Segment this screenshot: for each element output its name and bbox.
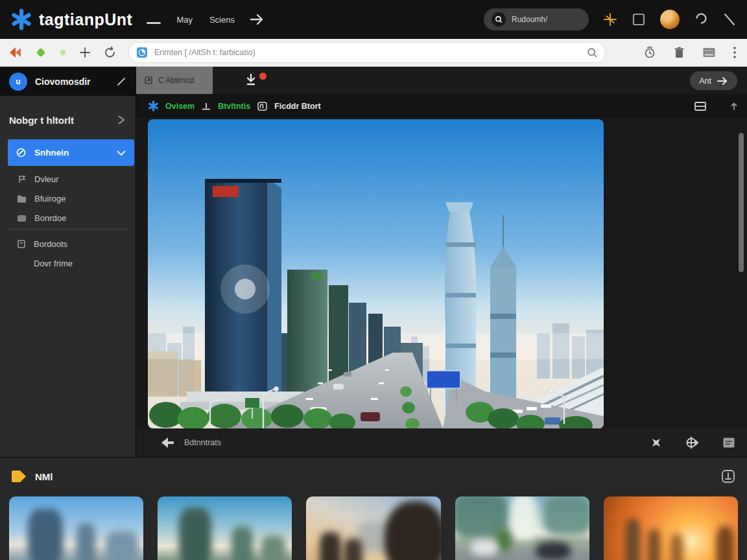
sidebar: u Ciovomosdir Nobgr t hltorlt Snhnein [0, 67, 136, 457]
perpendicular-icon [201, 102, 211, 111]
sidebar-section-label: Nobgr t hltorlt [9, 115, 116, 126]
edit-pencil-icon[interactable] [116, 76, 126, 87]
sidebar-item-bonrdoe[interactable]: Bonrdoe [0, 208, 136, 228]
extension-diamond-icon[interactable] [35, 47, 47, 58]
four-point-star-icon[interactable] [650, 436, 663, 449]
help-icon[interactable] [694, 12, 708, 27]
breadcrumb: Ovisem Btvltntis Ficddr Btort [136, 94, 747, 118]
sidebar-title: Ciovomosdir [35, 76, 108, 87]
sidebar-item-selected[interactable]: Snhnein [8, 139, 134, 166]
box-icon [17, 214, 27, 222]
crumb-ficddr: Ficddr Btort [274, 102, 321, 111]
kebab-menu-icon[interactable] [733, 46, 737, 59]
app-brand: tagtianpUnt [39, 10, 132, 29]
viewer-action-bar: Bdtnntrats [136, 428, 747, 457]
back-icon[interactable] [8, 46, 22, 59]
new-tab-plus-icon[interactable] [79, 47, 91, 58]
notification-dot [259, 73, 267, 80]
folder-tag-icon [10, 469, 27, 484]
app-top-bar: tagtianpUnt May Sciens Rudoumh/ [0, 0, 747, 39]
export-icon[interactable] [720, 468, 737, 485]
sidebar-item-bfuiroge[interactable]: Bfuiroge [0, 189, 136, 208]
chevron-right-icon[interactable] [116, 113, 126, 126]
refresh-icon[interactable] [104, 46, 117, 59]
dash-icon [147, 22, 161, 24]
hero-image[interactable] [148, 119, 604, 428]
search-bubble-icon [492, 12, 506, 27]
browser-toolbar: Erimten [ /AltSh t: farbicatio) [0, 39, 747, 67]
sidebar-section-header[interactable]: Nobgr t hltorlt [0, 107, 136, 133]
address-text: Erimten [ /AltSh t: farbicatio) [154, 48, 580, 57]
image-canvas [136, 118, 747, 428]
main-content: C Abtirncd Ant Ovisem [136, 67, 747, 457]
user-avatar[interactable] [660, 10, 680, 29]
flag-icon [17, 174, 27, 184]
backslash-icon[interactable] [722, 12, 737, 27]
back-arrow-icon[interactable] [161, 437, 175, 449]
window-square-icon[interactable] [632, 12, 646, 27]
layout-columns-icon[interactable] [694, 101, 707, 111]
search-icon[interactable] [587, 47, 598, 58]
target-arrow-icon[interactable] [685, 436, 700, 449]
workspace-badge-icon[interactable]: u [9, 73, 27, 91]
sidebar-item-dvleur[interactable]: Dvleur [0, 169, 136, 189]
sidebar-divider [8, 229, 128, 229]
bookmark-icon [17, 239, 26, 249]
trash-icon[interactable] [673, 46, 685, 59]
sidebar-header: u Ciovomosdir [0, 67, 136, 96]
thumbnail-row [0, 496, 747, 560]
site-icon [136, 47, 148, 58]
thumbnail-sunset[interactable] [604, 496, 738, 560]
selected-item-icon [16, 147, 27, 158]
small-up-arrow-icon[interactable] [730, 102, 738, 111]
thumbnail-road[interactable] [455, 496, 589, 560]
folder-icon [17, 194, 27, 203]
menu-item-may[interactable]: May [176, 15, 193, 25]
bottom-panel: NMl [0, 457, 747, 560]
app-logo-icon[interactable] [10, 8, 32, 30]
history-icon[interactable] [643, 46, 656, 59]
sparkle-plus-icon[interactable] [603, 12, 617, 27]
ant-button[interactable]: Ant [690, 71, 737, 90]
crumb-btvltntis[interactable]: Btvltntis [218, 102, 250, 111]
chevron-down-icon[interactable] [116, 149, 126, 157]
tab-active[interactable]: C Abtirncd [136, 67, 213, 94]
sidebar-selected-label: Snhnein [34, 148, 108, 158]
bottom-label: NMl [35, 471, 53, 482]
sidebar-item-bordoots[interactable]: Bordoots [0, 234, 136, 253]
forward-arrow-icon[interactable] [249, 13, 265, 26]
vertical-scrollbar[interactable] [739, 133, 744, 272]
asterisk-logo-icon [148, 100, 159, 111]
thumbnail-city-green[interactable] [158, 496, 292, 560]
badge-outline-icon [257, 101, 268, 111]
tab-strip: C Abtirncd Ant [136, 67, 747, 94]
status-dot-icon [60, 49, 66, 56]
notes-panel-icon[interactable] [722, 437, 735, 449]
sidebar-item-dovr-frime[interactable]: Dovr frime [0, 253, 136, 273]
address-bar[interactable]: Erimten [ /AltSh t: farbicatio) [128, 42, 606, 63]
action-label: Bdtnntrats [184, 438, 221, 447]
search-text: Rudoumh/ [512, 15, 547, 24]
tab-icon [144, 76, 153, 85]
download-notification-icon[interactable] [245, 73, 257, 86]
app-search[interactable]: Rudoumh/ [484, 8, 589, 30]
reader-card-icon[interactable] [702, 47, 716, 58]
thumbnail-city-blue[interactable] [9, 496, 143, 560]
crumb-ovisem[interactable]: Ovisem [165, 102, 195, 111]
thumbnail-people[interactable] [306, 496, 440, 560]
menu-item-sciens[interactable]: Sciens [209, 15, 235, 25]
app-menu: May Sciens [176, 15, 235, 25]
